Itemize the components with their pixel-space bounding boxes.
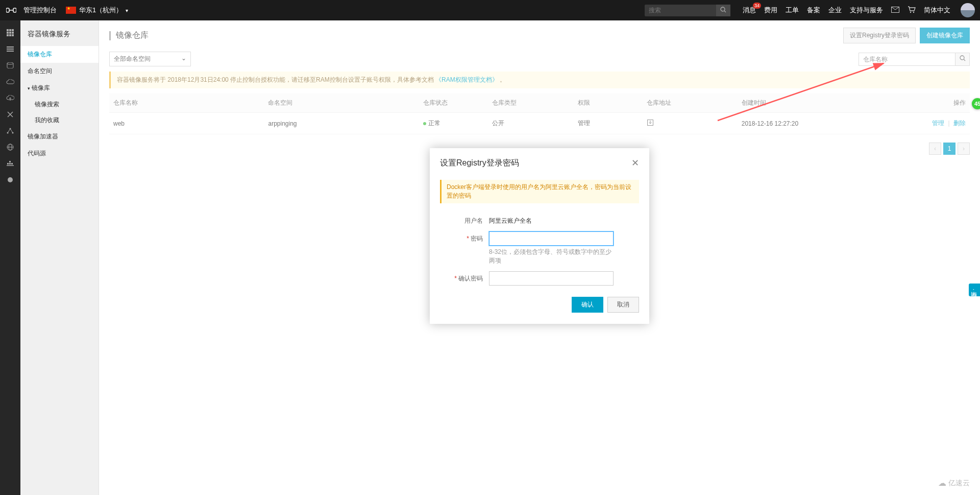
circle-icon[interactable] [0, 172, 20, 188]
sidebar-item-accelerator[interactable]: 镜像加速器 [20, 128, 99, 145]
svg-rect-12 [9, 32, 11, 34]
svg-line-28 [10, 129, 13, 133]
svg-rect-33 [9, 163, 11, 164]
confirm-button[interactable]: 确认 [572, 297, 603, 313]
mail-icon[interactable] [891, 7, 899, 14]
nav-enterprise[interactable]: 企业 [828, 6, 842, 15]
svg-rect-13 [12, 32, 14, 34]
main-content: 镜像仓库 设置Registry登录密码 创建镜像仓库 全部命名空间 ⌄ 容器镜像… [99, 20, 980, 495]
nav-beian[interactable]: 备案 [807, 6, 820, 15]
value-username: 阿里云账户全名 [489, 214, 532, 225]
cloud-logo-icon: ☁ [938, 478, 946, 488]
sidebar-title: 容器镜像服务 [20, 30, 99, 46]
svg-rect-15 [9, 34, 11, 36]
cross-icon[interactable] [0, 106, 20, 123]
nav-support[interactable]: 支持与服务 [850, 6, 883, 15]
sidebar-item-source[interactable]: 代码源 [20, 145, 99, 162]
region-selector[interactable]: 华东1（杭州） ▾ [66, 6, 128, 15]
search-button[interactable] [716, 5, 730, 16]
svg-point-3 [721, 7, 725, 11]
svg-point-37 [8, 177, 13, 182]
label-username: 用户名 [440, 214, 489, 225]
user-avatar[interactable] [961, 3, 975, 17]
nodes-icon[interactable] [0, 123, 20, 139]
modal-overlay: 设置Registry登录密码 ✕ Docker客户端登录时使用的用户名为阿里云账… [99, 20, 980, 495]
search-input[interactable] [645, 5, 716, 16]
nav-language[interactable]: 简体中文 [924, 6, 950, 15]
cancel-button[interactable]: 取消 [607, 297, 639, 313]
topbar: 管理控制台 华东1（杭州） ▾ 消息 34 费用 工单 备案 企业 支持与服务 … [0, 0, 980, 20]
help-float[interactable]: 咨询·建议 [969, 284, 980, 296]
label-confirm: *确认密码 [440, 271, 489, 283]
service-sidebar: 容器镜像服务 镜像仓库 命名空间 ▾镜像库 镜像搜索 我的收藏 镜像加速器 代码… [20, 20, 99, 495]
nav-fees[interactable]: 费用 [764, 6, 777, 15]
svg-rect-11 [7, 32, 9, 34]
svg-rect-14 [7, 34, 9, 36]
console-label[interactable]: 管理控制台 [23, 6, 57, 15]
sidebar-item-mirrors[interactable]: ▾镜像库 [20, 80, 99, 97]
cloud-icon[interactable] [0, 74, 20, 90]
database-icon[interactable] [0, 57, 20, 74]
container-icon[interactable] [0, 155, 20, 172]
svg-line-4 [724, 11, 726, 12]
caret-down-icon: ▾ [28, 86, 30, 91]
nav-messages[interactable]: 消息 34 [743, 6, 756, 15]
flag-icon [66, 7, 76, 14]
password-input[interactable] [489, 231, 614, 246]
globe-icon[interactable] [0, 139, 20, 155]
svg-rect-0 [6, 8, 9, 12]
global-search[interactable] [645, 5, 730, 16]
svg-rect-9 [9, 29, 11, 31]
confirm-password-input[interactable] [489, 271, 614, 286]
region-name: 华东1（杭州） [79, 6, 122, 15]
svg-rect-32 [7, 163, 9, 164]
svg-line-27 [8, 129, 10, 133]
modal-title: 设置Registry登录密码 [440, 158, 631, 169]
list-icon[interactable] [0, 41, 20, 57]
svg-point-7 [913, 11, 914, 12]
sidebar-item-search[interactable]: 镜像搜索 [20, 97, 99, 112]
sidebar-item-namespaces[interactable]: 命名空间 [20, 63, 99, 80]
sidebar-item-repos[interactable]: 镜像仓库 [20, 46, 99, 63]
svg-rect-34 [9, 161, 11, 162]
cloud-upload-icon[interactable] [0, 90, 20, 106]
set-password-modal: 设置Registry登录密码 ✕ Docker客户端登录时使用的用户名为阿里云账… [430, 148, 649, 324]
svg-rect-1 [13, 8, 16, 12]
icon-sidebar [0, 20, 20, 495]
nav-tickets[interactable]: 工单 [786, 6, 799, 15]
cart-icon[interactable] [908, 6, 916, 15]
password-hint: 8-32位，必须包含字母、符号或数字中的至少两项 [489, 248, 614, 265]
svg-rect-35 [11, 163, 13, 164]
close-icon[interactable]: ✕ [631, 157, 639, 169]
float-badge[interactable]: 45 [972, 98, 980, 109]
label-password: *密码 [440, 231, 489, 243]
chevron-down-icon: ▾ [126, 8, 128, 13]
svg-rect-16 [12, 34, 14, 36]
sidebar-item-favorites[interactable]: 我的收藏 [20, 112, 99, 128]
modal-notice: Docker客户端登录时使用的用户名为阿里云账户全名，密码为当前设置的密码 [440, 180, 639, 203]
svg-rect-10 [12, 29, 14, 31]
brand-logo[interactable] [5, 4, 17, 16]
messages-badge: 34 [753, 3, 761, 9]
svg-rect-8 [7, 29, 9, 31]
svg-point-6 [910, 11, 911, 12]
grid-icon[interactable] [0, 25, 20, 41]
watermark: ☁ 亿速云 [938, 478, 970, 488]
svg-point-20 [7, 62, 13, 64]
